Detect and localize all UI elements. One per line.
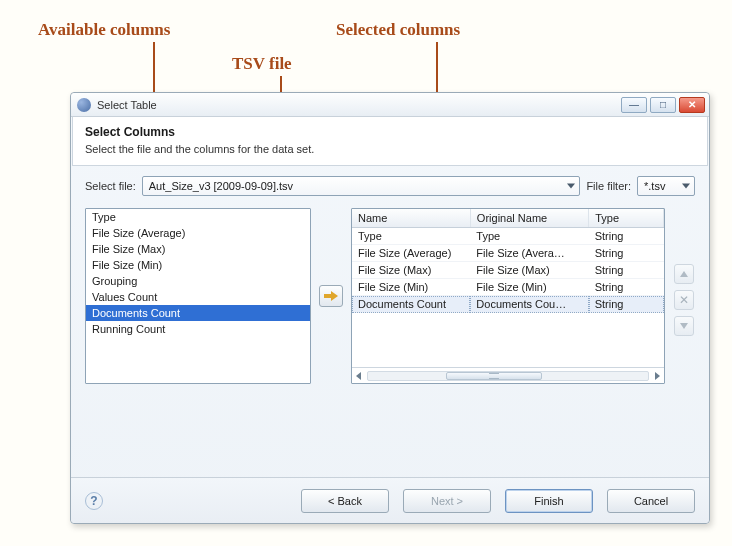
table-cell: String — [589, 245, 664, 262]
select-table-dialog: Select Table — □ ✕ Select Columns Select… — [70, 92, 710, 524]
callout-selected: Selected columns — [336, 20, 460, 40]
available-item[interactable]: Grouping — [86, 273, 310, 289]
back-button[interactable]: < Back — [301, 489, 389, 513]
triangle-up-icon — [680, 271, 688, 277]
file-row: Select file: Aut_Size_v3 [2009-09-09].ts… — [85, 176, 695, 196]
horizontal-scrollbar[interactable] — [352, 367, 664, 383]
chevron-down-icon — [567, 184, 575, 189]
table-cell: Type — [470, 228, 588, 245]
available-item[interactable]: File Size (Min) — [86, 257, 310, 273]
table-cell: Documents Cou… — [470, 296, 588, 313]
table-row[interactable]: Documents CountDocuments Cou…String — [352, 296, 664, 313]
table-cell: String — [589, 228, 664, 245]
table-cell: File Size (Max) — [352, 262, 470, 279]
available-item[interactable]: Documents Count — [86, 305, 310, 321]
maximize-button[interactable]: □ — [650, 97, 676, 113]
triangle-down-icon — [680, 323, 688, 329]
wizard-header: Select Columns Select the file and the c… — [72, 117, 708, 166]
wizard-heading: Select Columns — [85, 125, 695, 139]
file-filter-value: *.tsv — [644, 180, 665, 192]
help-button[interactable]: ? — [85, 492, 103, 510]
minimize-button[interactable]: — — [621, 97, 647, 113]
table-cell: File Size (Average) — [352, 245, 470, 262]
dual-list: TypeFile Size (Average)File Size (Max)Fi… — [85, 208, 695, 384]
select-file-value: Aut_Size_v3 [2009-09-09].tsv — [149, 180, 293, 192]
col-header-name[interactable]: Name — [352, 209, 470, 228]
select-file-combo[interactable]: Aut_Size_v3 [2009-09-09].tsv — [142, 176, 581, 196]
available-item[interactable]: File Size (Average) — [86, 225, 310, 241]
close-button[interactable]: ✕ — [679, 97, 705, 113]
wizard-footer: ? < Back Next > Finish Cancel — [71, 477, 709, 523]
window-title: Select Table — [97, 99, 618, 111]
table-cell: String — [589, 262, 664, 279]
table-cell: String — [589, 296, 664, 313]
select-file-label: Select file: — [85, 180, 136, 192]
table-cell: File Size (Min) — [352, 279, 470, 296]
selected-columns-table[interactable]: Name Original Name Type TypeTypeStringFi… — [352, 209, 664, 367]
table-cell: String — [589, 279, 664, 296]
callout-tsv: TSV file — [232, 54, 292, 74]
table-cell: Documents Count — [352, 296, 470, 313]
table-cell: Type — [352, 228, 470, 245]
table-row[interactable]: File Size (Max)File Size (Max)String — [352, 262, 664, 279]
app-icon — [77, 98, 91, 112]
table-row[interactable]: File Size (Min)File Size (Min)String — [352, 279, 664, 296]
move-down-button[interactable] — [674, 316, 694, 336]
selected-columns-pane: Name Original Name Type TypeTypeStringFi… — [351, 208, 665, 384]
x-icon: ✕ — [679, 294, 689, 306]
transfer-column — [319, 208, 343, 384]
table-row[interactable]: TypeTypeString — [352, 228, 664, 245]
file-filter-label: File filter: — [586, 180, 631, 192]
move-up-button[interactable] — [674, 264, 694, 284]
scroll-right-icon — [655, 372, 660, 380]
table-cell: File Size (Avera… — [470, 245, 588, 262]
file-filter-combo[interactable]: *.tsv — [637, 176, 695, 196]
next-button[interactable]: Next > — [403, 489, 491, 513]
available-item[interactable]: Type — [86, 209, 310, 225]
col-header-type[interactable]: Type — [589, 209, 664, 228]
callout-available: Available columns — [38, 20, 170, 40]
available-item[interactable]: Values Count — [86, 289, 310, 305]
scroll-track — [367, 371, 649, 381]
available-item[interactable]: File Size (Max) — [86, 241, 310, 257]
finish-button[interactable]: Finish — [505, 489, 593, 513]
remove-button[interactable]: ✕ — [674, 290, 694, 310]
col-header-original[interactable]: Original Name — [470, 209, 588, 228]
table-cell: File Size (Min) — [470, 279, 588, 296]
reorder-buttons: ✕ — [673, 208, 695, 384]
table-row[interactable]: File Size (Average)File Size (Avera…Stri… — [352, 245, 664, 262]
chevron-down-icon — [682, 184, 690, 189]
cancel-button[interactable]: Cancel — [607, 489, 695, 513]
table-cell: File Size (Max) — [470, 262, 588, 279]
titlebar: Select Table — □ ✕ — [71, 93, 709, 117]
scroll-left-icon — [356, 372, 361, 380]
available-columns-list[interactable]: TypeFile Size (Average)File Size (Max)Fi… — [85, 208, 311, 384]
scroll-thumb[interactable] — [446, 372, 541, 380]
arrow-right-icon — [324, 291, 338, 301]
add-column-button[interactable] — [319, 285, 343, 307]
form-body: Select file: Aut_Size_v3 [2009-09-09].ts… — [71, 166, 709, 388]
available-item[interactable]: Running Count — [86, 321, 310, 337]
wizard-description: Select the file and the columns for the … — [85, 143, 695, 155]
